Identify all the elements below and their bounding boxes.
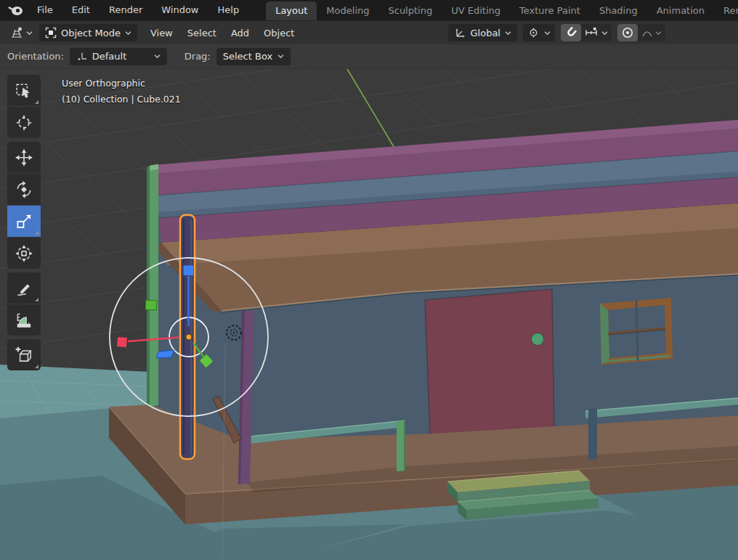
drag-mode-select[interactable]: Select Box bbox=[216, 48, 291, 65]
tool-tweak-select[interactable] bbox=[7, 75, 41, 106]
menu-view[interactable]: View bbox=[143, 28, 180, 38]
menu-window[interactable]: Window bbox=[152, 0, 208, 20]
tab-modeling[interactable]: Modeling bbox=[317, 1, 378, 20]
proportional-editing-toggle[interactable] bbox=[617, 24, 638, 41]
proportional-editing-icon bbox=[621, 26, 634, 39]
falloff-curve-icon bbox=[641, 28, 653, 38]
view-label: User Orthographic bbox=[62, 76, 181, 92]
viewport-overlay-text: User Orthographic (10) Collection | Cube… bbox=[62, 76, 181, 107]
tab-rendering[interactable]: Rendering bbox=[714, 1, 738, 20]
transform-orientation-select[interactable]: Global bbox=[448, 24, 517, 41]
scale-icon bbox=[15, 212, 33, 231]
active-object-breadcrumb: (10) Collection | Cube.021 bbox=[62, 92, 181, 107]
menu-render[interactable]: Render bbox=[100, 0, 152, 20]
topbar: File Edit Render Window Help Layout Mode… bbox=[0, 0, 738, 20]
tab-uv-editing[interactable]: UV Editing bbox=[442, 1, 510, 20]
tool-scale[interactable] bbox=[7, 206, 41, 237]
tool-transform[interactable] bbox=[7, 238, 41, 269]
menu-file[interactable]: File bbox=[28, 0, 62, 20]
tool-cursor-3d[interactable] bbox=[7, 107, 41, 138]
snap-target-select[interactable] bbox=[581, 24, 612, 41]
drag-label: Drag: bbox=[184, 51, 211, 62]
add-cube-icon bbox=[15, 346, 33, 365]
tool-annotate[interactable] bbox=[7, 272, 41, 304]
header-right-controls: Global bbox=[448, 24, 665, 41]
gizmo-scale-handle-x[interactable] bbox=[117, 337, 127, 347]
measure-icon bbox=[15, 311, 33, 330]
tool-measure[interactable] bbox=[7, 304, 41, 336]
workspace-tabs: Layout Modeling Sculpting UV Editing Tex… bbox=[266, 0, 738, 20]
tool-rotate[interactable] bbox=[7, 174, 41, 205]
tool-settings-bar: Orientation: Default Drag: Select Box bbox=[0, 44, 738, 69]
gizmo-center-origin[interactable] bbox=[186, 334, 192, 340]
blender-window: File Edit Render Window Help Layout Mode… bbox=[0, 0, 738, 560]
gizmo-orientation-icon bbox=[76, 51, 87, 62]
tab-texture-paint[interactable]: Texture Paint bbox=[510, 1, 590, 20]
tab-animation[interactable]: Animation bbox=[647, 1, 714, 20]
transform-icon bbox=[15, 244, 33, 263]
menu-add[interactable]: Add bbox=[224, 28, 256, 38]
blender-logo-icon[interactable] bbox=[7, 4, 23, 16]
rotate-icon bbox=[15, 180, 33, 199]
gizmo-plane-handle-blue[interactable] bbox=[156, 350, 174, 358]
gizmo-scale-handle-z[interactable] bbox=[184, 266, 194, 276]
proportional-falloff-select[interactable] bbox=[638, 24, 665, 41]
tab-shading[interactable]: Shading bbox=[590, 1, 647, 20]
pivot-point-select[interactable] bbox=[523, 24, 555, 41]
annotate-icon bbox=[15, 279, 33, 298]
menu-object[interactable]: Object bbox=[256, 28, 301, 38]
snap-increment-icon bbox=[585, 27, 599, 38]
viewport-header: Object Mode View Select Add Object Globa… bbox=[0, 20, 738, 44]
tweak-select-icon bbox=[15, 81, 33, 100]
viewport-3d[interactable]: User Orthographic (10) Collection | Cube… bbox=[0, 69, 738, 560]
gizmo-plane-handle-green[interactable] bbox=[145, 300, 157, 310]
orientation-label: Orientation: bbox=[7, 51, 64, 62]
move-icon bbox=[15, 148, 33, 167]
toolbar-left bbox=[7, 75, 41, 374]
scene-canvas bbox=[0, 69, 738, 560]
tool-orientation-select[interactable]: Default bbox=[70, 48, 167, 65]
cursor-3d-icon bbox=[15, 113, 33, 132]
object-mode-icon bbox=[45, 27, 57, 38]
corner-post-green[interactable] bbox=[147, 164, 158, 407]
transform-orientation-value: Global bbox=[471, 28, 500, 38]
tab-sculpting[interactable]: Sculpting bbox=[378, 1, 442, 20]
tab-layout[interactable]: Layout bbox=[266, 1, 317, 20]
house-door[interactable] bbox=[425, 289, 554, 435]
magnet-icon bbox=[564, 26, 577, 39]
editor-type-selector[interactable] bbox=[6, 24, 36, 41]
mode-selector[interactable]: Object Mode bbox=[39, 24, 137, 41]
mode-selector-label: Object Mode bbox=[61, 28, 121, 38]
viewport-editor-icon bbox=[9, 26, 24, 39]
menu-edit[interactable]: Edit bbox=[62, 0, 100, 20]
orientation-axes-icon bbox=[454, 27, 466, 38]
menu-select[interactable]: Select bbox=[180, 28, 224, 38]
tool-move[interactable] bbox=[7, 142, 41, 173]
door-knob[interactable] bbox=[532, 333, 544, 346]
menu-help[interactable]: Help bbox=[208, 0, 249, 20]
tool-add-cube[interactable] bbox=[7, 339, 41, 370]
pivot-point-icon bbox=[527, 27, 540, 38]
snap-toggle[interactable] bbox=[561, 24, 581, 41]
orientation-value: Default bbox=[92, 51, 127, 62]
drag-value: Select Box bbox=[223, 51, 272, 62]
